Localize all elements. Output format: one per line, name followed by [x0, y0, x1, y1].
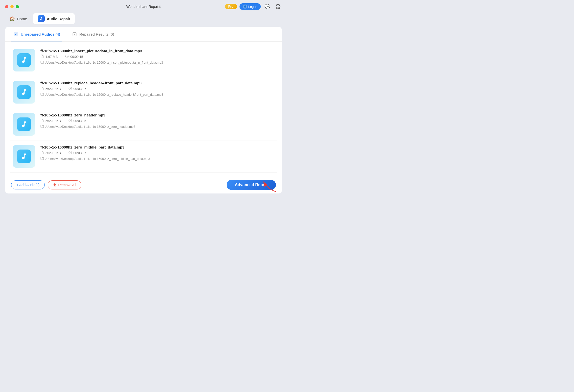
list-item: ff-16b-1c-16000hz_zero_header.mp3 562.10… [10, 108, 277, 140]
repaired-tab-icon [72, 31, 77, 37]
size-value: 562.10 KB [45, 87, 61, 91]
path-value: /Users/ws1/Desktop/Audio/ff-16b-1c-16000… [45, 157, 150, 161]
trash-icon: 🗑 [53, 183, 57, 187]
clock-icon [68, 119, 72, 123]
advanced-repair-wrapper: Advanced Repair [227, 180, 276, 190]
file-path: /Users/ws1/Desktop/Audio/ff-16b-1c-16000… [40, 125, 274, 129]
file-meta: 1.67 MB 00:09:15 [40, 55, 274, 59]
maximize-button[interactable] [16, 5, 19, 8]
login-button[interactable]: 👤 Log in [240, 3, 261, 10]
duration-value: 00:03:05 [74, 119, 86, 123]
tab-repaired-label: Repaired Results (0) [79, 32, 114, 36]
advanced-repair-button[interactable]: Advanced Repair [227, 180, 276, 190]
file-meta: 562.10 KB 00:03:07 [40, 151, 274, 155]
clock-icon [68, 87, 72, 91]
nav-audio-label: Audio Repair [47, 17, 70, 21]
nav-audio-repair[interactable]: Audio Repair [33, 13, 75, 24]
folder-icon [40, 60, 44, 65]
size-value: 1.67 MB [45, 55, 58, 59]
minimize-button[interactable] [10, 5, 14, 8]
file-size: 562.10 KB [40, 87, 61, 91]
bottom-left-actions: + Add Audio(s) 🗑 Remove All [11, 180, 81, 189]
user-icon: 👤 [243, 5, 247, 9]
file-thumbnail [13, 81, 35, 104]
file-meta: 562.10 KB 00:03:05 [40, 119, 274, 123]
file-duration: 00:03:07 [68, 87, 86, 91]
nav-home[interactable]: 🏠 Home [5, 13, 32, 24]
traffic-lights [5, 5, 19, 8]
remove-all-button[interactable]: 🗑 Remove All [48, 180, 81, 189]
file-duration: 00:09:15 [65, 55, 83, 59]
file-icon [40, 55, 44, 59]
size-value: 562.10 KB [45, 151, 61, 155]
folder-icon [40, 92, 44, 97]
file-icon [40, 87, 44, 91]
pro-badge[interactable]: Pro [225, 4, 237, 9]
file-name: ff-16b-1c-16000hz_zero_header.mp3 [40, 113, 274, 117]
file-size: 562.10 KB [40, 151, 61, 155]
close-button[interactable] [5, 5, 8, 8]
file-details: ff-16b-1c-16000hz_replace_header&front_p… [40, 81, 274, 97]
login-label: Log in [248, 5, 257, 9]
tabs: Unrepaired Audios (4) Repaired Results (… [5, 27, 282, 42]
home-icon: 🏠 [10, 16, 15, 21]
add-audio-button[interactable]: + Add Audio(s) [11, 180, 45, 189]
file-meta: 562.10 KB 00:03:07 [40, 87, 274, 91]
navbar: 🏠 Home Audio Repair [0, 13, 287, 27]
file-icon [40, 119, 44, 123]
file-name: ff-16b-1c-16000hz_zero_middle_part_data.… [40, 145, 274, 149]
file-list: ff-16b-1c-16000hz_insert_picturedata_in_… [5, 42, 282, 176]
audio-thumb-icon [17, 53, 31, 67]
audio-thumb-icon [17, 85, 31, 99]
file-size: 562.10 KB [40, 119, 61, 123]
tab-repaired[interactable]: Repaired Results (0) [70, 27, 116, 41]
clock-icon [65, 55, 69, 59]
file-thumbnail [13, 113, 35, 136]
audio-thumb-icon [17, 150, 31, 163]
file-name: ff-16b-1c-16000hz_replace_header&front_p… [40, 81, 274, 85]
file-icon [40, 151, 44, 155]
folder-icon [40, 125, 44, 129]
file-details: ff-16b-1c-16000hz_insert_picturedata_in_… [40, 49, 274, 65]
file-details: ff-16b-1c-16000hz_zero_header.mp3 562.10… [40, 113, 274, 129]
duration-value: 00:03:07 [74, 151, 86, 155]
chat-icon-button[interactable]: 💬 [263, 3, 271, 11]
nav-home-label: Home [17, 17, 27, 21]
duration-value: 00:09:15 [70, 55, 83, 59]
size-value: 562.10 KB [45, 119, 61, 123]
tab-unrepaired-label: Unrepaired Audios (4) [21, 32, 60, 36]
path-value: /Users/ws1/Desktop/Audio/ff-16b-1c-16000… [45, 125, 135, 129]
main-card: Unrepaired Audios (4) Repaired Results (… [5, 27, 282, 193]
clock-icon [68, 151, 72, 155]
list-item: ff-16b-1c-16000hz_zero_middle_part_data.… [10, 140, 277, 173]
titlebar: Wondershare Repairit Pro 👤 Log in 💬 🎧 [0, 0, 287, 13]
svg-rect-0 [14, 32, 18, 36]
file-path: /Users/ws1/Desktop/Audio/ff-16b-1c-16000… [40, 92, 274, 97]
file-path: /Users/ws1/Desktop/Audio/ff-16b-1c-16000… [40, 60, 274, 65]
file-thumbnail [13, 145, 35, 168]
unrepaired-tab-icon [13, 31, 19, 37]
file-path: /Users/ws1/Desktop/Audio/ff-16b-1c-16000… [40, 157, 274, 161]
audio-icon [38, 15, 45, 22]
headphone-icon-button[interactable]: 🎧 [274, 3, 282, 11]
audio-thumb-icon [17, 117, 31, 131]
list-item: ff-16b-1c-16000hz_replace_header&front_p… [10, 76, 277, 108]
titlebar-actions: Pro 👤 Log in 💬 🎧 [225, 3, 282, 11]
list-item: ff-16b-1c-16000hz_insert_picturedata_in_… [10, 44, 277, 76]
duration-value: 00:03:07 [74, 87, 86, 91]
file-duration: 00:03:07 [68, 151, 86, 155]
remove-label: Remove All [58, 183, 76, 187]
file-thumbnail [13, 49, 35, 71]
bottom-bar: + Add Audio(s) 🗑 Remove All Advanced Rep… [5, 176, 282, 193]
file-duration: 00:03:05 [68, 119, 86, 123]
app-title: Wondershare Repairit [126, 5, 161, 9]
file-size: 1.67 MB [40, 55, 58, 59]
tab-unrepaired[interactable]: Unrepaired Audios (4) [11, 27, 62, 41]
path-value: /Users/ws1/Desktop/Audio/ff-16b-1c-16000… [45, 93, 163, 96]
path-value: /Users/ws1/Desktop/Audio/ff-16b-1c-16000… [45, 61, 163, 64]
file-name: ff-16b-1c-16000hz_insert_picturedata_in_… [40, 49, 274, 53]
folder-icon [40, 157, 44, 161]
file-details: ff-16b-1c-16000hz_zero_middle_part_data.… [40, 145, 274, 161]
